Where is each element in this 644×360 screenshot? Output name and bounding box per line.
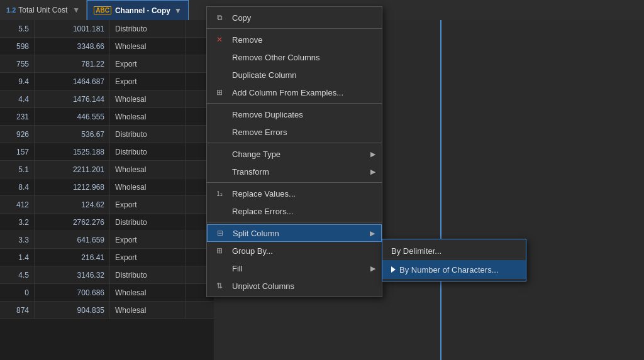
split-column-arrow: ▶	[370, 229, 375, 237]
menu-item-remove-duplicates[interactable]: Remove Duplicates	[207, 106, 382, 123]
by-number-of-characters-label: By Number of Characters...	[399, 265, 499, 275]
replace-values-icon: 1₂	[213, 190, 226, 197]
remove-icon: ✕	[213, 35, 226, 44]
split-column-label: Split Column	[233, 229, 279, 238]
tab-dropdown-arrow[interactable]: ▼	[72, 6, 80, 14]
menu-item-remove-errors[interactable]: Remove Errors	[207, 123, 382, 141]
group-by-icon: ⊞	[213, 246, 226, 255]
menu-divider-1	[207, 28, 382, 29]
copy-icon: ⧉	[213, 13, 226, 22]
menu-item-copy[interactable]: ⧉ Copy	[207, 9, 382, 26]
menu-item-transform[interactable]: Transform ▶	[207, 163, 382, 180]
channel-copy-label: Channel - Copy	[115, 6, 170, 15]
table-row[interactable]: 1.4216.41Export	[0, 249, 214, 266]
menu-item-add-column[interactable]: ⊞ Add Column From Examples...	[207, 84, 382, 101]
table-row[interactable]: 5.51001.181Distributo	[0, 20, 214, 38]
menu-item-remove[interactable]: ✕ Remove	[207, 31, 382, 48]
menu-divider-5	[207, 222, 382, 222]
table-row[interactable]: 5983348.66Wholesal	[0, 38, 214, 55]
total-unit-cost-label: Total Unit Cost	[18, 6, 67, 14]
cursor-arrow-icon	[391, 266, 396, 273]
right-panel: ⚙ nns ⚙ Position ⚙ nns	[440, 0, 644, 360]
remove-label: Remove	[232, 35, 262, 45]
menu-divider-3	[207, 143, 382, 143]
grid-body: 1.2Total Unit CostChannel5.51001.181Dist…	[0, 0, 214, 319]
change-type-arrow: ▶	[370, 150, 375, 158]
add-column-label: Add Column From Examples...	[232, 88, 343, 97]
menu-divider-2	[207, 103, 382, 104]
remove-other-columns-label: Remove Other Columns	[232, 53, 319, 62]
menu-item-group-by[interactable]: ⊞ Group By...	[207, 242, 382, 259]
table-row[interactable]: 5.12211.201Wholesal	[0, 161, 214, 178]
transform-label: Transform	[232, 167, 269, 177]
channel-copy-dropdown[interactable]: ▼	[174, 6, 182, 15]
unpivot-icon: ⇅	[213, 281, 226, 290]
replace-values-label: Replace Values...	[232, 189, 296, 199]
tab-icon-123: 1.2	[6, 6, 16, 14]
menu-item-split-column[interactable]: ⊟ Split Column ▶	[207, 224, 382, 242]
replace-errors-label: Replace Errors...	[232, 207, 294, 216]
table-row[interactable]: 9.41464.687Export	[0, 73, 214, 90]
submenu-item-by-delimiter[interactable]: By Delimiter...	[382, 241, 526, 260]
menu-item-replace-values[interactable]: 1₂ Replace Values...	[207, 185, 382, 202]
group-by-label: Group By...	[232, 246, 273, 256]
table-row[interactable]: 231446.555Wholesal	[0, 108, 214, 126]
duplicate-column-label: Duplicate Column	[232, 70, 297, 80]
menu-item-duplicate-column[interactable]: Duplicate Column	[207, 66, 382, 84]
menu-item-replace-errors[interactable]: Replace Errors...	[207, 202, 382, 220]
fill-arrow: ▶	[370, 265, 375, 273]
remove-duplicates-label: Remove Duplicates	[232, 110, 303, 119]
unpivot-columns-label: Unpivot Columns	[232, 281, 294, 291]
menu-item-change-type[interactable]: Change Type ▶	[207, 145, 382, 163]
split-column-icon: ⊟	[214, 229, 226, 237]
channel-copy-tab[interactable]: ABC Channel - Copy ▼	[87, 0, 189, 20]
context-menu: ⧉ Copy ✕ Remove Remove Other Columns Dup…	[206, 6, 382, 297]
table-row[interactable]: 4.41476.144Wholesal	[0, 90, 214, 108]
transform-arrow: ▶	[370, 168, 375, 176]
fill-label: Fill	[232, 264, 243, 273]
table-row[interactable]: 4.53146.32Distributo	[0, 266, 214, 284]
change-type-label: Change Type	[232, 150, 280, 159]
table-row[interactable]: 3.3641.659Export	[0, 231, 214, 249]
table-row[interactable]: 755781.22Export	[0, 55, 214, 73]
table-row[interactable]: 3.22762.276Distributo	[0, 214, 214, 231]
menu-item-fill[interactable]: Fill ▶	[207, 259, 382, 277]
total-unit-cost-tab[interactable]: 1.2 Total Unit Cost ▼	[0, 0, 87, 20]
submenu-item-by-number-of-characters[interactable]: By Number of Characters...	[382, 260, 526, 279]
table-row[interactable]: 874904.835Wholesal	[0, 302, 214, 319]
data-grid: 1.2Total Unit CostChannel5.51001.181Dist…	[0, 0, 214, 360]
menu-divider-4	[207, 182, 382, 183]
table-row[interactable]: 926536.67Distributo	[0, 126, 214, 143]
table-row[interactable]: 412124.62Export	[0, 196, 214, 214]
abc-icon: ABC	[94, 6, 111, 14]
copy-label: Copy	[232, 13, 251, 23]
menu-item-unpivot-columns[interactable]: ⇅ Unpivot Columns	[207, 277, 382, 295]
remove-errors-label: Remove Errors	[232, 128, 287, 137]
menu-item-remove-other-columns[interactable]: Remove Other Columns	[207, 48, 382, 66]
split-column-submenu: By Delimiter... By Number of Characters.…	[382, 239, 526, 281]
blue-border	[440, 0, 441, 360]
add-column-icon: ⊞	[213, 88, 226, 97]
by-delimiter-label: By Delimiter...	[391, 246, 441, 256]
table-row[interactable]: 8.41212.968Wholesal	[0, 178, 214, 196]
table-row[interactable]: 1571525.188Distributo	[0, 143, 214, 161]
table-row[interactable]: 0700.686Wholesal	[0, 284, 214, 302]
